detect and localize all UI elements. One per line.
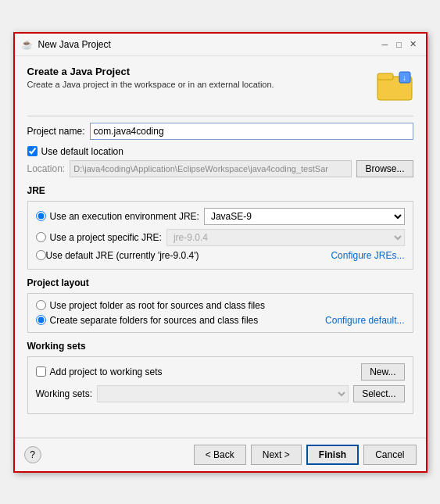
- working-sets-label: Working sets:: [36, 388, 92, 399]
- layout-option1-radio[interactable]: [36, 300, 46, 310]
- jre-env-dropdown[interactable]: JavaSE-9: [204, 208, 405, 225]
- use-default-location-row: Use default location: [27, 146, 413, 157]
- jre-option2-row: Use a project specific JRE: jre-9.0.4: [36, 229, 405, 246]
- add-working-sets-label: Add project to working sets: [50, 366, 163, 377]
- jre-section-label: JRE: [27, 185, 413, 196]
- header-text-block: Create a Java Project Create a Java proj…: [27, 66, 370, 89]
- dialog-window: ☕ New Java Project ─ □ ✕ Create a Java P…: [13, 32, 427, 473]
- minimize-button[interactable]: ─: [379, 38, 392, 51]
- new-working-set-button[interactable]: New...: [361, 363, 404, 381]
- jre-section-box: Use an execution environment JRE: JavaSE…: [27, 201, 413, 270]
- jre-option1-row: Use an execution environment JRE: JavaSE…: [36, 208, 405, 225]
- title-bar: ☕ New Java Project ─ □ ✕: [15, 34, 426, 56]
- jre-option2-label: Use a project specific JRE:: [50, 232, 162, 243]
- browse-button[interactable]: Browse...: [356, 160, 413, 177]
- dialog-body: Create a Java Project Create a Java proj…: [15, 56, 426, 431]
- dialog-header: Create a Java Project Create a Java proj…: [27, 66, 413, 103]
- window-icon: ☕: [21, 38, 34, 51]
- project-name-input[interactable]: [90, 123, 413, 140]
- window-controls: ─ □ ✕: [379, 38, 420, 51]
- working-sets-section-label: Working sets: [27, 341, 413, 352]
- location-row: Location: Browse...: [27, 160, 413, 177]
- location-label: Location:: [27, 163, 66, 174]
- working-sets-dropdown: [97, 385, 349, 402]
- select-working-set-button[interactable]: Select...: [353, 385, 404, 402]
- project-name-row: Project name:: [27, 123, 413, 140]
- cancel-button[interactable]: Cancel: [363, 445, 416, 465]
- jre-option3-row: Use default JRE (currently 'jre-9.0.4') …: [36, 250, 405, 261]
- project-layout-label: Project layout: [27, 277, 413, 288]
- folder-icon-svg: ↓: [376, 66, 413, 103]
- header-title: Create a Java Project: [27, 66, 370, 77]
- layout-option1-label: Use project folder as root for sources a…: [50, 300, 265, 311]
- close-button[interactable]: ✕: [407, 38, 420, 51]
- working-sets-row: Working sets: Select...: [36, 385, 405, 402]
- add-working-sets-row: Add project to working sets New...: [36, 363, 405, 381]
- project-layout-box: Use project folder as root for sources a…: [27, 293, 413, 333]
- layout-option2-radio[interactable]: [36, 315, 46, 325]
- back-button[interactable]: < Back: [194, 445, 246, 465]
- layout-option1-row: Use project folder as root for sources a…: [36, 300, 405, 311]
- bottom-bar: ? < Back Next > Finish Cancel: [15, 438, 426, 471]
- configure-jres-link[interactable]: Configure JREs...: [331, 250, 404, 261]
- add-working-sets-checkbox[interactable]: [36, 366, 46, 377]
- jre-option1-radio[interactable]: [36, 211, 46, 221]
- svg-rect-1: [377, 73, 393, 80]
- working-sets-section: Working sets Add project to working sets…: [27, 341, 413, 414]
- working-sets-box: Add project to working sets New... Worki…: [27, 356, 413, 414]
- svg-text:↓: ↓: [402, 73, 406, 82]
- header-subtitle: Create a Java project in the workspace o…: [27, 80, 370, 89]
- finish-button[interactable]: Finish: [306, 445, 359, 465]
- next-button[interactable]: Next >: [251, 445, 302, 465]
- jre-option2-radio[interactable]: [36, 232, 46, 242]
- maximize-button[interactable]: □: [393, 38, 406, 51]
- project-name-label: Project name:: [27, 126, 85, 137]
- header-divider: [27, 116, 413, 116]
- window-title: New Java Project: [38, 39, 379, 50]
- jre-option1-label: Use an execution environment JRE:: [50, 211, 199, 222]
- layout-option2-row: Create separate folders for sources and …: [36, 315, 405, 326]
- help-button[interactable]: ?: [24, 446, 41, 463]
- jre-specific-dropdown: jre-9.0.4: [166, 229, 405, 246]
- configure-default-link[interactable]: Configure default...: [325, 315, 404, 326]
- jre-option3-radio[interactable]: [36, 250, 46, 260]
- project-layout-section: Project layout Use project folder as roo…: [27, 277, 413, 333]
- use-default-location-checkbox[interactable]: [27, 146, 38, 156]
- jre-option3-label: Use default JRE (currently 'jre-9.0.4'): [46, 250, 199, 261]
- jre-section: JRE Use an execution environment JRE: Ja…: [27, 185, 413, 270]
- layout-option2-label: Create separate folders for sources and …: [50, 315, 259, 326]
- use-default-location-label: Use default location: [41, 146, 123, 157]
- header-icon: ↓: [376, 66, 413, 103]
- location-input: [70, 160, 352, 177]
